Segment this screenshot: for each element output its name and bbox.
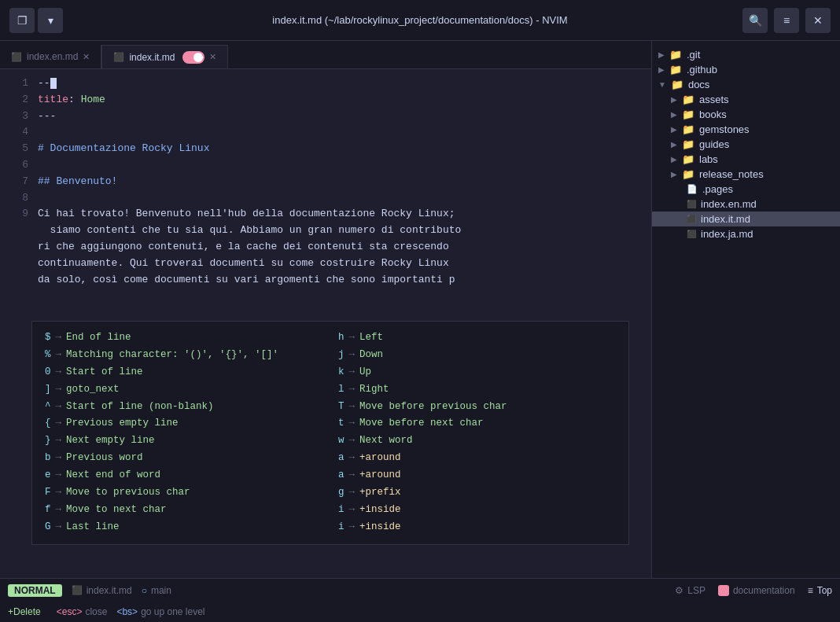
cheat-row: i → +inside [338,502,616,519]
sidebar-item-git[interactable]: ▶ 📁 .git [652,47,840,62]
branch-status: ○ main [142,585,171,596]
titlebar-controls-right: 🔍 ≡ ✕ [742,8,831,33]
sidebar-item-release-notes[interactable]: ▶ 📁 release_notes [652,167,840,182]
statusbar-top: NORMAL ⬛ index.it.md ○ main ⚙ LSP docume… [0,579,840,602]
vcs-icon: ○ [142,585,147,596]
cheat-row: k → Up [338,364,616,381]
code-line-6 [38,157,645,174]
sidebar-item-label: index.en.md [701,198,757,210]
delete-label: +Delete [8,606,41,617]
folder-icon: 📁 [682,109,694,120]
statusbar-bottom: +Delete <esc> close <bs> go up one level [0,602,840,622]
close-button[interactable]: ✕ [805,8,831,33]
sidebar-item-pages[interactable]: 📄 .pages [652,182,840,197]
code-line-1: -- [38,75,645,92]
cheat-row: g → +prefix [338,484,616,502]
code-line-4 [38,124,645,141]
sidebar-item-index-ja[interactable]: ⬛ index.ja.md [652,226,840,241]
cheat-row: b → Previous word [45,450,322,467]
folder-open-icon: 📁 [671,79,683,90]
sidebar-item-github[interactable]: ▶ 📁 .github [652,62,840,77]
sidebar-item-index-en[interactable]: ⬛ index.en.md [652,197,840,212]
bs-hint-label: go up one level [141,606,204,617]
esc-key: <esc> [57,606,83,617]
cheat-row: t → Move before next char [338,415,616,432]
md-status-icon: ⬛ [72,585,83,595]
branch-name: main [151,585,171,596]
sidebar-item-label: docs [688,79,709,90]
cheat-row: } → Next empty line [45,432,322,450]
cheat-row: l → Right [338,381,616,399]
project-dot [718,585,729,596]
tab-close-en[interactable]: ✕ [83,52,90,62]
main-layout: ⬛ index.en.md ✕ ⬛ index.it.md ✕ 1 2 3 4 … [0,41,840,578]
md-file-icon: ⬛ [687,230,696,238]
folder-icon: 📁 [682,153,694,165]
chevron-right-icon: ▶ [658,50,665,59]
sidebar-item-docs[interactable]: ▼ 📁 docs [652,77,840,92]
chevron-right-icon: ▶ [671,140,677,149]
sidebar-item-label: books [699,109,727,120]
code-line-9: Ci hai trovato! Benvenuto nell'hub della… [38,206,645,223]
cheat-row: f → Move to next char [45,502,322,519]
sidebar-item-guides[interactable]: ▶ 📁 guides [652,137,840,152]
folder-icon: 📁 [682,94,694,105]
list-button[interactable]: ≡ [774,8,799,33]
tab-toggle[interactable] [182,51,204,64]
sidebar-item-index-it[interactable]: ⬛ index.it.md [652,212,840,226]
cheat-row: F → Move to previous char [45,484,322,502]
sidebar-item-labs[interactable]: ▶ 📁 labs [652,152,840,167]
lsp-status: ⚙ LSP [675,585,706,596]
esc-hint-label: close [85,606,107,617]
tab-close-it[interactable]: ✕ [209,52,216,62]
sidebar-item-label: assets [699,94,729,105]
collapse-button[interactable]: ❐ [9,8,35,33]
cheat-row: a → +around [338,467,616,484]
sidebar-item-label: gemstones [699,123,750,135]
bs-key: <bs> [116,606,138,617]
tab-index-it[interactable]: ⬛ index.it.md ✕ [101,45,228,68]
cheat-row: % → Matching character: '()', '{}', '[]' [45,347,322,364]
list-icon: ≡ [808,585,813,596]
tab-index-en[interactable]: ⬛ index.en.md ✕ [0,45,101,68]
mode-badge: NORMAL [8,584,62,597]
sidebar-item-assets[interactable]: ▶ 📁 assets [652,92,840,107]
titlebar: ❐ ▾ index.it.md (~/lab/rockylinux_projec… [0,0,840,41]
sidebar-item-label: index.it.md [701,213,750,225]
toggle-switch[interactable] [182,51,204,64]
md-file-icon: ⬛ [687,200,696,208]
cheatsheet-left: $ → End of line % → Matching character: … [45,329,322,536]
sidebar-item-gemstones[interactable]: ▶ 📁 gemstones [652,122,840,137]
cheatsheet-overlay: $ → End of line % → Matching character: … [31,321,629,545]
search-button[interactable]: 🔍 [742,8,768,33]
project-status: documentation [718,585,795,596]
cheat-row: 0 → Start of line [45,364,322,381]
sidebar-item-label: guides [699,138,729,150]
sidebar-item-label: .pages [702,183,733,195]
cheat-row: h → Left [338,329,616,347]
cheat-row: $ → End of line [45,329,322,347]
lsp-label: LSP [687,585,706,596]
project-label: documentation [733,585,795,596]
code-line-wrap-4: da solo, così come documenti su vari arg… [38,272,645,289]
window-title: index.it.md (~/lab/rockylinux_project/do… [272,14,567,26]
sidebar-item-books[interactable]: ▶ 📁 books [652,107,840,122]
folder-icon: 📁 [682,123,694,135]
md-icon-active: ⬛ [113,52,124,62]
tab-label-active: index.it.md [129,52,175,63]
cheat-row: T → Move before previous char [338,399,616,416]
sidebar-item-label: .git [687,49,700,61]
folder-icon: 📁 [669,49,682,61]
titlebar-controls-left: ❐ ▾ [9,8,63,33]
cheat-row: G → Last line [45,519,322,536]
top-label: Top [817,585,832,596]
file-icon: 📄 [687,184,698,194]
file-tree-sidebar: ▶ 📁 .git ▶ 📁 .github ▼ 📁 docs ▶ 📁 assets… [651,41,840,578]
cheat-row: ] → goto_next [45,381,322,399]
chevron-right-icon: ▶ [671,125,677,134]
editor-content: 1 2 3 4 5 6 7 8 9 -- title: Home --- # D [0,69,651,578]
chevron-right-icon: ▶ [658,65,665,74]
top-status: ≡ Top [808,585,832,596]
code-line-3: --- [38,109,645,125]
menu-button[interactable]: ▾ [38,8,63,33]
